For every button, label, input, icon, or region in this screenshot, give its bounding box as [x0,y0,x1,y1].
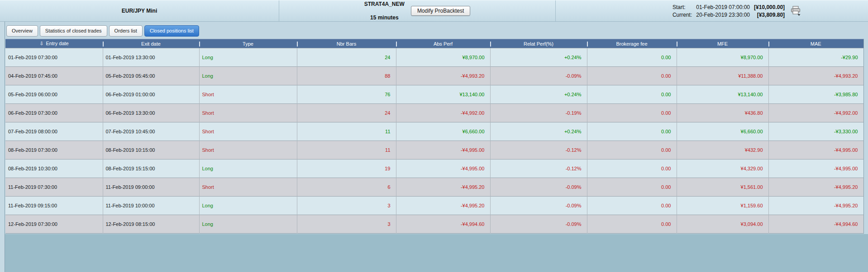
cell-bars: 24 [297,48,396,67]
cell-exit: 01-Feb-2019 13:30:00 [103,48,199,67]
cell-abs-perf: ¥8,970.00 [396,48,490,67]
positions-tbody: 01-Feb-2019 07:30:0001-Feb-2019 13:30:00… [5,48,863,234]
cell-fee: 0.00 [587,141,677,159]
strategy-section: STRAT4A_NEW 15 minutes Modify ProBacktes… [279,0,556,21]
table-header-row: ⇩Entry dateExit dateTypeNbr BarsAbs Perf… [5,39,863,48]
cell-entry: 12-Feb-2019 07:30:00 [5,215,103,234]
cell-exit: 06-Feb-2019 01:00:00 [103,85,199,104]
table-row[interactable]: 08-Feb-2019 10:30:0008-Feb-2019 15:15:00… [5,159,863,178]
tab-closed-positions-list[interactable]: Closed positions list [144,25,199,37]
cell-fee: 0.00 [587,85,677,104]
column-header-abs-perf[interactable]: Abs Perf [396,39,490,48]
cell-mfe: ¥1,159.60 [677,197,768,215]
cell-entry: 01-Feb-2019 07:30:00 [5,48,103,67]
cell-exit: 08-Feb-2019 10:15:00 [103,141,199,159]
column-header-entry[interactable]: ⇩Entry date [5,39,103,48]
cell-type: Short [199,178,297,197]
cell-fee: 0.00 [587,48,677,67]
modify-probacktest-button[interactable]: Modify ProBacktest [411,6,470,16]
table-row[interactable]: 05-Feb-2019 06:00:0006-Feb-2019 01:00:00… [5,85,863,104]
cell-type: Long [199,48,297,67]
tab-statistics-of-closed-trades[interactable]: Statistics of closed trades [40,25,107,37]
cell-type: Long [199,215,297,234]
table-row[interactable]: 12-Feb-2019 07:30:0012-Feb-2019 08:15:00… [5,215,863,234]
cell-bars: 6 [297,178,396,197]
tab-orders-list[interactable]: Orders list [109,25,143,37]
cell-type: Long [199,197,297,215]
start-datetime: 01-Feb-2019 07:00:00 [696,4,750,11]
cell-mae: -¥4,994.60 [768,215,863,234]
cell-relat-perf: -0.09% [490,197,587,215]
table-row[interactable]: 11-Feb-2019 07:30:0011-Feb-2019 09:00:00… [5,178,863,197]
column-header-exit[interactable]: Exit date [103,39,199,48]
table-row[interactable]: 01-Feb-2019 07:30:0001-Feb-2019 13:30:00… [5,48,863,67]
start-equity: [¥10,000.00] [754,4,785,11]
table-row[interactable]: 04-Feb-2019 07:45:0005-Feb-2019 05:45:00… [5,67,863,85]
cell-relat-perf: -0.09% [490,178,587,197]
cell-type: Long [199,159,297,178]
cell-exit: 11-Feb-2019 10:00:00 [103,197,199,215]
session-info: Start: 01-Feb-2019 07:00:00 [¥10,000.00]… [672,4,785,19]
cell-entry: 11-Feb-2019 07:30:00 [5,178,103,197]
cell-mfe: ¥436.80 [677,104,768,122]
cell-fee: 0.00 [587,178,677,197]
cell-exit: 12-Feb-2019 08:15:00 [103,215,199,234]
column-header-type[interactable]: Type [199,39,297,48]
cell-fee: 0.00 [587,104,677,122]
cell-mae: -¥29.90 [768,48,863,67]
cell-type: Short [199,104,297,122]
cell-entry: 06-Feb-2019 07:30:00 [5,104,103,122]
cell-exit: 08-Feb-2019 15:15:00 [103,159,199,178]
instrument-name: EUR/JPY Mini [122,8,157,14]
table-row[interactable]: 08-Feb-2019 07:30:0008-Feb-2019 10:15:00… [5,141,863,159]
cell-abs-perf: -¥4,993.20 [396,67,490,85]
left-margin-strip [0,22,5,272]
cell-mfe: ¥8,970.00 [677,48,768,67]
cell-mae: -¥4,993.20 [768,67,863,85]
cell-relat-perf: -0.12% [490,141,587,159]
cell-relat-perf: -0.19% [490,104,587,122]
cell-exit: 05-Feb-2019 05:45:00 [103,67,199,85]
column-header-mae[interactable]: MAE [768,39,863,48]
cell-mfe: ¥6,660.00 [677,122,768,141]
current-equity: [¥3,809.80] [754,11,785,19]
cell-mfe: ¥11,388.00 [677,67,768,85]
cell-fee: 0.00 [587,215,677,234]
strategy-name: STRAT4A_NEW [364,1,405,8]
cell-mae: -¥4,995.00 [768,141,863,159]
current-datetime: 20-Feb-2019 23:30:00 [696,11,750,19]
cell-type: Short [199,141,297,159]
cell-type: Short [199,85,297,104]
column-header-bars[interactable]: Nbr Bars [297,39,396,48]
session-section: Start: 01-Feb-2019 07:00:00 [¥10,000.00]… [556,0,868,21]
cell-bars: 3 [297,215,396,234]
column-header-relat-perf[interactable]: Relat Perf(%) [490,39,587,48]
table-row[interactable]: 06-Feb-2019 07:30:0006-Feb-2019 13:30:00… [5,104,863,122]
cell-mae: -¥3,985.80 [768,85,863,104]
table-row[interactable]: 11-Feb-2019 09:15:0011-Feb-2019 10:00:00… [5,197,863,215]
cell-fee: 0.00 [587,67,677,85]
cell-entry: 11-Feb-2019 09:15:00 [5,197,103,215]
cell-exit: 07-Feb-2019 10:45:00 [103,122,199,141]
printer-icon[interactable] [790,6,801,16]
cell-bars: 88 [297,67,396,85]
cell-entry: 05-Feb-2019 06:00:00 [5,85,103,104]
cell-mae: -¥4,995.20 [768,197,863,215]
cell-bars: 76 [297,85,396,104]
cell-mfe: ¥13,140.00 [677,85,768,104]
column-header-mfe[interactable]: MFE [677,39,768,48]
column-header-fee[interactable]: Brokerage fee [587,39,677,48]
table-row[interactable]: 07-Feb-2019 08:00:0007-Feb-2019 10:45:00… [5,122,863,141]
cell-mfe: ¥1,561.00 [677,178,768,197]
probacktest-window: EUR/JPY Mini STRAT4A_NEW 15 minutes Modi… [0,0,868,272]
cell-entry: 08-Feb-2019 07:30:00 [5,141,103,159]
strategy-timeframe: 15 minutes [364,14,405,21]
cell-bars: 24 [297,104,396,122]
cell-mae: -¥3,330.00 [768,122,863,141]
top-bar: EUR/JPY Mini STRAT4A_NEW 15 minutes Modi… [0,0,868,22]
tab-overview[interactable]: Overview [6,25,38,37]
cell-mfe: ¥3,094.00 [677,215,768,234]
cell-abs-perf: ¥6,660.00 [396,122,490,141]
cell-entry: 07-Feb-2019 08:00:00 [5,122,103,141]
cell-bars: 3 [297,197,396,215]
